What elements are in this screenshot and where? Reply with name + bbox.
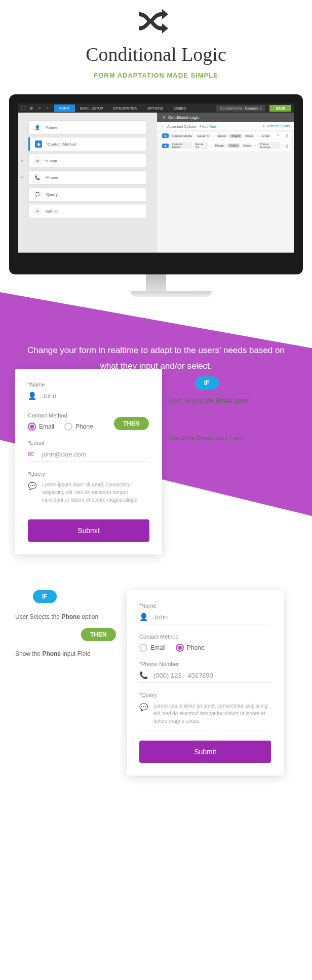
rule-row[interactable]: ⊕ Contact Metho Equal To × Email THEN Sh…: [160, 132, 291, 139]
plus-icon[interactable]: +: [282, 144, 284, 148]
shuffle-icon: [136, 5, 176, 36]
radio-icon: [139, 644, 147, 652]
name-input[interactable]: John: [42, 392, 149, 400]
close-icon[interactable]: ×: [256, 134, 258, 137]
radio-icon: [176, 644, 184, 652]
save-button[interactable]: SAVE: [269, 105, 291, 112]
result-text: Show the Email input Field: [170, 435, 297, 442]
query-label: *Query: [28, 471, 149, 477]
close-icon[interactable]: ×: [213, 134, 215, 137]
monitor-mockup: ⛶ ◉ ≡ + FORM EMAIL SETUP INTEGRATION OPT…: [9, 94, 303, 302]
user-icon: 👤: [34, 124, 41, 131]
field-contact-method[interactable]: ◉*Contact Method: [28, 137, 147, 151]
phone-input[interactable]: (000) 123 - 4567890: [153, 672, 271, 679]
plus-icon[interactable]: +: [277, 134, 279, 137]
field-phone[interactable]: 👁📞*Phone: [28, 170, 147, 185]
advanced-checkbox[interactable]: ☐: [161, 124, 164, 128]
tab-embed[interactable]: EMBED: [168, 104, 191, 112]
phone-icon: 📞: [139, 671, 148, 679]
mail-icon: ✉: [34, 157, 41, 164]
example-form: *Name 👤John Contact Method Email Phone *…: [15, 369, 162, 554]
mail-icon: ✉: [28, 450, 37, 458]
send-icon: ➤: [34, 207, 41, 215]
eye-icon[interactable]: 👁: [20, 158, 24, 163]
phone-icon: 📞: [34, 174, 41, 181]
condition-text: User Selects the Email option: [170, 397, 297, 404]
breadcrumb[interactable]: Contact Form - Example 3: [216, 105, 266, 112]
example-email: *Name 👤John Contact Method Email Phone *…: [15, 369, 297, 554]
user-icon: 👤: [139, 613, 148, 621]
rule-drag-icon[interactable]: ⊕: [162, 133, 169, 138]
fullscreen-icon[interactable]: ⛶: [21, 106, 26, 111]
condition-text: User Selects the Phone option: [15, 613, 127, 620]
result-text: Show the Phone input Field: [15, 650, 127, 657]
phone-label: *Phone Number: [139, 661, 271, 667]
chat-icon: 💬: [28, 481, 36, 492]
trash-icon[interactable]: 🗑: [285, 134, 289, 137]
trash-icon[interactable]: 🗑: [285, 144, 289, 148]
query-label: *Query: [139, 692, 271, 698]
page-subtitle: FORM ADAPTATION MADE SIMPLE: [0, 72, 312, 79]
tab-email[interactable]: EMAIL SETUP: [75, 104, 108, 112]
user-icon: 👤: [28, 392, 37, 400]
rule-row[interactable]: ⊕ Contact Metho Equal To × Phone THEN Sh…: [160, 141, 291, 151]
then-badge: THEN: [114, 417, 149, 430]
example-phone: IF User Selects the Phone option THEN Sh…: [15, 590, 297, 776]
submit-button[interactable]: Submit: [28, 519, 149, 542]
tab-integration[interactable]: INTEGRATION: [108, 104, 142, 112]
then-badge: THEN: [81, 628, 116, 641]
shuffle-icon: ⤮: [162, 115, 166, 120]
name-label: *Name: [139, 603, 271, 609]
nav-tabs: FORM EMAIL SETUP INTEGRATION OPTIONS EMB…: [54, 104, 191, 112]
name-input[interactable]: John: [153, 613, 271, 621]
email-input[interactable]: john@doe.com: [42, 450, 149, 458]
app-topbar: ⛶ ◉ ≡ + FORM EMAIL SETUP INTEGRATION OPT…: [18, 103, 294, 113]
panel-header: ⤮Conditional Logic: [157, 113, 294, 122]
add-icon[interactable]: +: [45, 106, 50, 111]
email-label: *Email: [28, 440, 149, 446]
dashboard-icon[interactable]: ◉: [29, 106, 34, 111]
refresh-button[interactable]: ↻ Refresh Fields: [263, 124, 290, 128]
radio-icon: [64, 423, 72, 431]
example-form: *Name 👤John Contact Method Email Phone *…: [127, 590, 284, 776]
tab-options[interactable]: OPTIONS: [142, 104, 169, 112]
field-name[interactable]: 👤*Name: [28, 120, 147, 134]
field-query[interactable]: 💬*Query: [28, 187, 147, 201]
conditional-panel: ⤮Conditional Logic ☐ Advanced Options + …: [157, 113, 294, 253]
field-submit[interactable]: ➤Submit: [28, 204, 147, 218]
eye-icon[interactable]: 👁: [20, 175, 24, 180]
cm-label: Contact Method: [139, 634, 271, 640]
name-label: *Name: [28, 381, 149, 388]
menu-icon[interactable]: ≡: [37, 106, 42, 111]
radio-email[interactable]: Email: [28, 423, 54, 431]
page-title: Conditional Logic: [0, 43, 312, 65]
radio-phone[interactable]: Phone: [64, 423, 93, 431]
chat-icon: 💬: [139, 702, 148, 713]
advanced-label: Advanced Options: [167, 125, 196, 128]
if-badge: IF: [195, 376, 219, 390]
form-builder: 👤*Name ◉*Contact Method 👁✉*Email 👁📞*Phon…: [18, 113, 157, 253]
close-icon[interactable]: ×: [210, 144, 212, 147]
radio-phone[interactable]: Phone: [176, 644, 205, 652]
query-input[interactable]: 💬Lorem ipsum dolor sit amet, consectetur…: [28, 481, 149, 509]
add-rule-button[interactable]: + Add Rule: [199, 125, 216, 128]
radio-icon: [28, 423, 36, 431]
chat-icon: 💬: [34, 191, 41, 198]
close-icon[interactable]: ×: [254, 144, 256, 147]
rule-drag-icon[interactable]: ⊕: [162, 144, 169, 148]
radio-icon: ◉: [35, 141, 42, 148]
if-badge: IF: [33, 590, 57, 603]
submit-button[interactable]: Submit: [139, 741, 271, 763]
radio-email[interactable]: Email: [139, 644, 166, 652]
tab-form[interactable]: FORM: [54, 104, 75, 112]
field-email[interactable]: 👁✉*Email: [28, 154, 147, 168]
query-input[interactable]: 💬Lorem ipsum dolor sit amet, consectetur…: [139, 702, 271, 730]
